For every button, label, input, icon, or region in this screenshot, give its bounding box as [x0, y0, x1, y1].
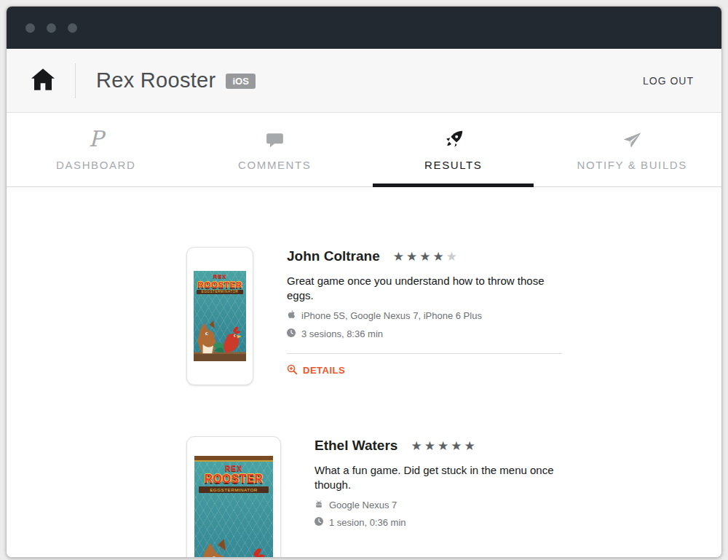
- game-title-main: ROOSTER: [194, 473, 273, 486]
- rocket-icon: [443, 128, 464, 150]
- review-text: What a fun game. Did get stuck in the me…: [314, 463, 590, 493]
- sessions-row: 3 sesions, 8:36 min: [287, 328, 562, 339]
- tab-label: DASHBOARD: [56, 159, 135, 171]
- app-header: Rex RoosteriOS LOG OUT: [7, 49, 721, 113]
- app-screenshot: REX ROOSTER EGGSTERMINATOR: [194, 271, 246, 361]
- window-control-dot[interactable]: [25, 23, 35, 33]
- game-subtitle: EGGSTERMINATOR: [199, 486, 268, 493]
- app-screenshot: REX ROOSTER EGGSTERMINATOR: [194, 456, 273, 557]
- app-screenshot-thumbnail: REX ROOSTER EGGSTERMINATOR: [186, 247, 253, 385]
- game-title-top: REX: [194, 273, 246, 280]
- review-card: REX ROOSTER EGGSTERMINATOR: [186, 247, 721, 385]
- details-label: DETAILS: [303, 365, 345, 376]
- tab-bar: P DASHBOARD COMMENTS RESULTS NOTIFY: [7, 113, 721, 187]
- paper-plane-icon: [622, 128, 642, 150]
- magnifier-plus-icon: [287, 364, 298, 377]
- game-characters-illustration: [194, 294, 246, 361]
- star-icon: ★: [438, 440, 448, 452]
- clock-icon: [314, 517, 323, 528]
- star-icon: ★: [432, 251, 443, 263]
- clock-icon: [287, 328, 296, 339]
- review-body: John Coltrane ★★★★★ Great game once you …: [287, 247, 562, 385]
- star-icon: ★: [419, 251, 430, 263]
- platform-badge: iOS: [226, 74, 255, 89]
- tab-notify-builds[interactable]: NOTIFY & BUILDS: [543, 113, 722, 186]
- star-icon: ★: [424, 440, 435, 452]
- star-rating: ★★★★★: [411, 440, 475, 452]
- game-title-main: ROOSTER: [194, 280, 246, 289]
- divider: [287, 353, 562, 354]
- tab-results[interactable]: RESULTS: [364, 113, 543, 186]
- window-titlebar: [7, 7, 721, 49]
- app-screenshot-thumbnail: REX ROOSTER EGGSTERMINATOR: [186, 436, 281, 557]
- game-art: REX ROOSTER EGGSTERMINATOR: [194, 456, 273, 557]
- devices-text: iPhone 5S, Google Nexus 7, iPhone 6 Plus: [301, 310, 482, 321]
- sessions-text: 1 sesion, 0:36 min: [329, 517, 406, 528]
- tab-label: COMMENTS: [238, 159, 311, 171]
- page-title: Rex RoosteriOS: [96, 68, 256, 92]
- header-divider: [75, 63, 76, 98]
- review-text: Great game once you understand how to th…: [287, 274, 562, 304]
- reviewer-name: John Coltrane: [287, 248, 380, 264]
- reviewer-name: Ethel Waters: [314, 438, 397, 454]
- sessions-text: 3 sesions, 8:36 min: [301, 328, 383, 339]
- browser-window: Rex RoosteriOS LOG OUT P DASHBOARD COMME…: [6, 6, 722, 558]
- game-characters-illustration: [194, 493, 273, 557]
- details-link[interactable]: DETAILS: [287, 364, 562, 377]
- star-icon: ★: [406, 251, 417, 263]
- star-icon: ★: [451, 440, 462, 452]
- tab-label: NOTIFY & BUILDS: [577, 159, 687, 171]
- window-control-dot[interactable]: [68, 23, 77, 33]
- devices-row: Google Nexus 7: [314, 500, 590, 510]
- game-art-frame: [194, 456, 273, 462]
- window-control-dot[interactable]: [47, 23, 56, 33]
- comment-icon: [265, 128, 285, 150]
- star-icon: ★: [393, 251, 404, 263]
- review-body: Ethel Waters ★★★★★ What a fun game. Did …: [314, 436, 590, 557]
- logout-link[interactable]: LOG OUT: [643, 75, 694, 87]
- tab-dashboard[interactable]: P DASHBOARD: [7, 113, 186, 186]
- app-title: Rex Rooster: [96, 68, 215, 92]
- tab-comments[interactable]: COMMENTS: [186, 113, 365, 186]
- devices-text: Google Nexus 7: [329, 500, 397, 510]
- review-card: REX ROOSTER EGGSTERMINATOR: [186, 436, 721, 557]
- results-panel: REX ROOSTER EGGSTERMINATOR: [7, 187, 721, 557]
- home-button[interactable]: [31, 68, 55, 93]
- home-icon: [31, 68, 55, 93]
- game-title-top: REX: [194, 465, 273, 473]
- android-icon: [314, 500, 323, 510]
- star-icon: ★: [464, 440, 475, 452]
- game-art: REX ROOSTER EGGSTERMINATOR: [194, 271, 246, 361]
- apple-icon: [287, 310, 296, 322]
- sessions-row: 1 sesion, 0:36 min: [314, 517, 590, 528]
- star-icon: ★: [446, 251, 457, 263]
- star-rating: ★★★★★: [393, 251, 457, 263]
- testfairy-p-icon: P: [89, 128, 103, 150]
- star-icon: ★: [411, 440, 422, 452]
- devices-row: iPhone 5S, Google Nexus 7, iPhone 6 Plus: [287, 310, 562, 322]
- tab-label: RESULTS: [424, 159, 482, 171]
